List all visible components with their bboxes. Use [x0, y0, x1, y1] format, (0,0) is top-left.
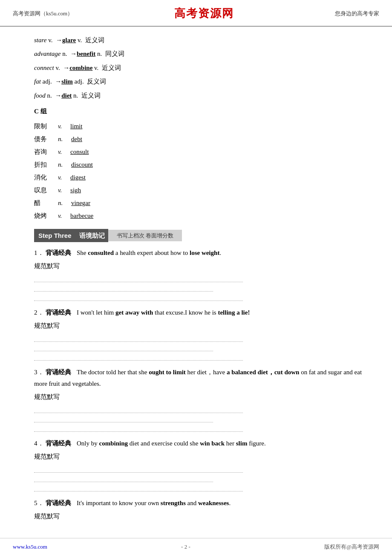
sentence-label: 背诵经典: [46, 249, 71, 256]
vocab-c-rows: 限制v. limit债务n. debt咨询v. consult折扣n. disc…: [34, 120, 366, 222]
vocab-c-row: 限制v. limit: [34, 120, 366, 133]
dotted-line: [34, 414, 213, 422]
pos: v.: [58, 184, 62, 197]
synonym-row: fat adj. →slim adj. 反义词: [34, 75, 366, 88]
dotted-line: [34, 405, 243, 413]
dotted-lines: [34, 274, 366, 301]
synonym-rows: stare v. →glare v. 近义词advantage n. →bene…: [34, 34, 366, 102]
synonym-row: food n. →diet n. 近义词: [34, 90, 366, 102]
en-word: digest: [70, 171, 86, 184]
syn-source: stare v. →glare v. 近义词: [34, 37, 104, 43]
synonym-row: stare v. →glare v. 近义词: [34, 34, 366, 46]
pos: n.: [58, 158, 63, 171]
synonym-row: advantage n. →benefit n. 同义词: [34, 48, 366, 60]
dotted-line: [34, 292, 243, 301]
sentence-label: 背诵经典: [46, 369, 71, 376]
sentence-row: 5．背诵经典 It's important to know your own s…: [34, 497, 366, 509]
cn-word: 烧烤: [34, 209, 55, 222]
dotted-line: [34, 474, 213, 482]
cn-word: 债务: [34, 133, 55, 145]
content: stare v. →glare v. 近义词advantage n. →bene…: [0, 26, 392, 538]
vocab-c-row: 债务n. debt: [34, 133, 366, 145]
pos: v.: [58, 145, 62, 158]
sentence-row: 1．背诵经典 She consulted a health expert abo…: [34, 247, 366, 259]
sentence-block: 4．背诵经典 Only by combining diet and exerci…: [34, 438, 366, 491]
writing-label: 规范默写: [34, 511, 366, 522]
pos: v.: [58, 120, 62, 133]
synonym-row: connect v. →combine v. 近义词: [34, 62, 366, 74]
sentence-block: 3．背诵经典 The doctor told her that she ough…: [34, 367, 366, 432]
sentence-row: 3．背诵经典 The doctor told her that she ough…: [34, 367, 366, 390]
sentence-num: 2．: [34, 309, 44, 316]
sentence-row: 4．背诵经典 Only by combining diet and exerci…: [34, 438, 366, 449]
writing-label: 规范默写: [34, 260, 366, 272]
cn-word: 叹息: [34, 184, 55, 197]
dotted-line: [34, 343, 213, 351]
step-three-box: Step Three: [34, 229, 76, 242]
writing-label: 规范默写: [34, 320, 366, 332]
syn-source: connect v. →combine v. 近义词: [34, 64, 121, 71]
dotted-line: [34, 464, 243, 473]
step-three-banner: Step Three 语境助记 书写上档次 卷面增分数: [34, 229, 182, 242]
en-word: consult: [70, 145, 89, 158]
header-right: 您身边的高考专家: [335, 9, 379, 18]
pos: n.: [58, 133, 63, 145]
en-word: barbecue: [70, 209, 93, 222]
vocab-c-row: 叹息v. sigh: [34, 184, 366, 197]
sentence-label: 背诵经典: [46, 440, 71, 447]
sentence-block: 5．背诵经典 It's important to know your own s…: [34, 497, 366, 522]
dotted-lines: [34, 464, 366, 491]
header: 高考资源网（ks5u.com） 高考资源网 您身边的高考专家: [0, 0, 392, 26]
vocab-c-row: 烧烤v. barbecue: [34, 209, 366, 222]
pos: n.: [58, 197, 63, 209]
syn-source: food n. →diet n. 近义词: [34, 92, 101, 99]
en-word: sigh: [70, 184, 81, 197]
cn-word: 咨询: [34, 145, 55, 158]
vocab-c-row: 消化v. digest: [34, 171, 366, 184]
sentences-block: 1．背诵经典 She consulted a health expert abo…: [34, 247, 366, 522]
cn-word: 限制: [34, 120, 55, 133]
footer-center: - 2 -: [181, 542, 190, 552]
sentence-num: 1．: [34, 249, 44, 256]
sentence-num: 4．: [34, 440, 44, 447]
footer-left: www.ks5u.com: [13, 542, 47, 552]
sentence-num: 5．: [34, 500, 44, 506]
en-word: vinegar: [71, 197, 90, 209]
page: 高考资源网（ks5u.com） 高考资源网 您身边的高考专家 stare v. …: [0, 0, 392, 555]
cn-word: 消化: [34, 171, 55, 184]
footer: www.ks5u.com - 2 - 版权所有@高考资源网: [0, 538, 392, 555]
dotted-line: [34, 423, 243, 432]
header-left: 高考资源网（ks5u.com）: [13, 9, 73, 18]
syn-source: advantage n. →benefit n. 同义词: [34, 50, 124, 57]
writing-label: 规范默写: [34, 451, 366, 462]
section-c-label: C 组: [34, 106, 366, 117]
en-word: discount: [71, 158, 93, 171]
dotted-lines: [34, 333, 366, 361]
writing-label: 规范默写: [34, 391, 366, 403]
header-center: 高考资源网: [174, 3, 234, 23]
dotted-line: [34, 483, 243, 491]
vocab-c-row: 咨询v. consult: [34, 145, 366, 158]
footer-right: 版权所有@高考资源网: [324, 542, 379, 552]
cn-word: 折扣: [34, 158, 55, 171]
sentence-block: 2．背诵经典 I won't let him get away with tha…: [34, 307, 366, 361]
syn-source: fat adj. →slim adj. 反义词: [34, 78, 106, 85]
step-three-sub: 书写上档次 卷面增分数: [108, 230, 182, 241]
dotted-line: [34, 352, 243, 361]
vocab-c-row: 醋n. vinegar: [34, 197, 366, 209]
sentence-num: 3．: [34, 369, 44, 376]
sentence-label: 背诵经典: [46, 500, 71, 506]
dotted-line: [34, 274, 243, 282]
en-word: debt: [71, 133, 82, 145]
dotted-line: [34, 283, 213, 292]
step-three-label: 语境助记: [76, 229, 108, 242]
pos: v.: [58, 209, 62, 222]
pos: v.: [58, 171, 62, 184]
sentence-block: 1．背诵经典 She consulted a health expert abo…: [34, 247, 366, 301]
vocab-c-row: 折扣n. discount: [34, 158, 366, 171]
sentence-label: 背诵经典: [46, 309, 71, 316]
dotted-line: [34, 333, 243, 342]
en-word: limit: [70, 120, 82, 133]
cn-word: 醋: [34, 197, 55, 209]
dotted-lines: [34, 405, 366, 432]
